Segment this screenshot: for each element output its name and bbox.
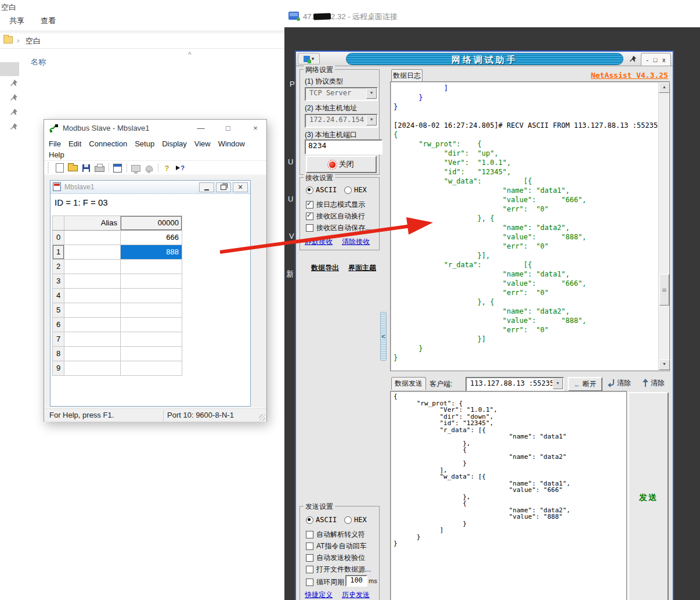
tab-data-send[interactable]: 数据发送 — [391, 377, 426, 390]
modbus-titlebar[interactable]: Modbus Slave - Mbslave1 — □ × — [44, 120, 266, 137]
sidebar-selected-item[interactable] — [0, 62, 19, 76]
dropdown-arrow-icon[interactable]: ▼ — [366, 88, 377, 99]
row-header[interactable]: 0 — [52, 231, 64, 245]
alias-column-header[interactable]: Alias — [64, 216, 121, 231]
communication-icon[interactable] — [143, 163, 154, 173]
tab-data-log[interactable]: 数据日志 — [391, 69, 423, 82]
recv-hex-radio[interactable]: HEX — [344, 186, 367, 194]
alias-cell[interactable] — [64, 303, 121, 318]
history-send-link[interactable]: 历史发送 — [342, 590, 370, 600]
address-bar[interactable] — [0, 33, 288, 49]
mute-receive-link[interactable]: 静默接收 — [305, 237, 333, 247]
value-cell[interactable] — [121, 361, 182, 376]
tab-view[interactable]: 查看 — [41, 16, 56, 26]
recv-ascii-radio[interactable]: ASCII — [306, 186, 337, 194]
send-text-area[interactable]: { "rw_prot": { "Ver": "1.0.1", "dir": "d… — [390, 391, 627, 600]
menu-item-view[interactable]: View — [194, 138, 211, 149]
child-restore-button[interactable] — [216, 182, 231, 192]
alias-cell[interactable] — [64, 289, 121, 303]
clear-receive-link[interactable]: 清除接收 — [342, 237, 370, 247]
pin-icon[interactable] — [10, 108, 18, 116]
open-file-icon[interactable] — [67, 163, 78, 173]
port-input[interactable]: 8234 — [305, 139, 383, 155]
netassist-version-link[interactable]: NetAssist V4.3.25 — [591, 71, 668, 80]
escape-parse-checkbox[interactable]: 自动解析转义符 — [306, 530, 365, 540]
toolbar-grip[interactable] — [48, 163, 50, 173]
row-header[interactable]: 8 — [52, 347, 64, 361]
at-cr-checkbox[interactable]: AT指令自动回车 — [306, 541, 366, 551]
print-icon[interactable] — [94, 163, 105, 173]
scrollbar-thumb[interactable] — [659, 274, 669, 306]
alias-cell[interactable] — [64, 260, 121, 274]
menu-item-display[interactable]: Display — [162, 138, 187, 149]
row-header[interactable]: 1 — [52, 245, 64, 260]
sort-ascending-icon[interactable]: ^ — [188, 51, 192, 59]
alias-cell[interactable] — [64, 347, 121, 361]
loop-period-input[interactable]: 100 — [345, 575, 367, 587]
poll-definition-icon[interactable] — [130, 163, 141, 173]
pin-button[interactable] — [627, 53, 638, 64]
menu-item-file[interactable]: File — [49, 138, 61, 149]
close-button[interactable]: × — [247, 120, 264, 137]
data-export-link[interactable]: 数据导出 — [311, 263, 339, 273]
clear-receive-button[interactable]: 清除 — [607, 378, 631, 388]
send-ascii-radio[interactable]: ASCII — [306, 516, 337, 524]
context-help-icon[interactable]: ? — [175, 163, 186, 173]
value-cell[interactable] — [121, 303, 182, 318]
dropdown-arrow-icon[interactable]: ▼ — [366, 115, 377, 125]
menu-item-setup[interactable]: Setup — [135, 138, 154, 149]
panel-collapse-splitter[interactable]: < — [380, 312, 387, 361]
row-header[interactable]: 2 — [52, 260, 64, 274]
child-minimize-button[interactable] — [199, 182, 214, 192]
receive-log-area[interactable]: ] } } [2024-08-02 16:27:24.805]# RECV AS… — [390, 81, 670, 371]
auto-wrap-checkbox[interactable]: 接收区自动换行 — [306, 211, 365, 221]
tab-share[interactable]: 共享 — [9, 16, 24, 26]
child-close-button[interactable]: ✕ — [233, 182, 248, 192]
menu-item-window[interactable]: Window — [218, 138, 245, 149]
clear-send-button[interactable]: 清除 — [642, 378, 665, 388]
value-cell[interactable] — [121, 260, 182, 274]
quick-define-link[interactable]: 快捷定义 — [305, 590, 333, 600]
row-header[interactable]: 6 — [52, 318, 64, 332]
log-scrollbar[interactable]: ▲ ▼ — [658, 82, 669, 370]
dropdown-arrow-icon[interactable]: ▼ — [553, 378, 563, 389]
protocol-select[interactable]: TCP Server ▼ — [305, 87, 378, 101]
menu-item-connection[interactable]: Connection — [89, 138, 127, 149]
row-header[interactable]: 5 — [52, 303, 64, 318]
column-header-name[interactable]: 名称 — [31, 57, 46, 67]
value-cell[interactable] — [121, 289, 182, 303]
minimize-button[interactable]: - — [647, 56, 649, 63]
log-mode-checkbox[interactable]: 按日志模式显示 — [306, 200, 365, 210]
scroll-down-button[interactable]: ▼ — [659, 360, 670, 370]
close-connection-button[interactable]: 关闭 — [306, 156, 377, 173]
client-select[interactable]: 113.127.88.13 :55235 ▼ — [466, 377, 564, 391]
row-header[interactable]: 4 — [52, 289, 64, 303]
checksum-checkbox[interactable]: 自动发送校验位 — [306, 553, 365, 563]
row-header[interactable]: 7 — [52, 332, 64, 347]
value-cell[interactable] — [121, 332, 182, 347]
address-column-header[interactable]: 00000 — [121, 216, 182, 231]
value-cell[interactable]: 666 — [121, 231, 182, 245]
resize-grip[interactable] — [259, 414, 265, 421]
maximize-button[interactable]: □ — [219, 120, 237, 137]
alias-cell[interactable] — [64, 274, 121, 289]
menu-item-edit[interactable]: Edit — [68, 138, 81, 149]
value-cell[interactable] — [121, 318, 182, 332]
ui-theme-link[interactable]: 界面主题 — [348, 263, 376, 273]
auto-save-checkbox[interactable]: 接收区自动保存... — [306, 223, 371, 233]
alias-cell[interactable] — [64, 361, 121, 376]
pin-icon[interactable] — [10, 94, 18, 102]
pin-icon[interactable] — [10, 123, 18, 131]
minimize-button[interactable]: — — [192, 120, 210, 137]
send-hex-radio[interactable]: HEX — [344, 516, 367, 524]
host-select[interactable]: 172.24.67.154 ▼ — [305, 114, 378, 128]
alias-cell[interactable] — [64, 231, 121, 245]
netassist-titlebar[interactable]: ▾ 网络调试助手 - □ x — [296, 52, 673, 66]
alias-cell[interactable] — [64, 332, 121, 347]
value-cell[interactable] — [121, 274, 182, 289]
file-source-checkbox[interactable]: 打开文件数据源... — [306, 565, 371, 574]
pin-icon[interactable] — [10, 79, 18, 87]
disconnect-button[interactable]: ← 断开 — [568, 377, 602, 391]
close-button[interactable]: x — [662, 56, 666, 63]
maximize-button[interactable]: □ — [654, 56, 658, 63]
